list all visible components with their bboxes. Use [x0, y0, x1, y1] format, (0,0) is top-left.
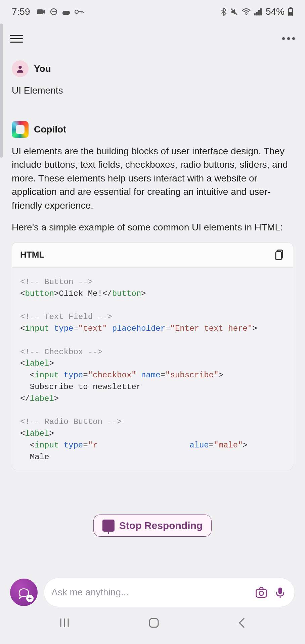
bluetooth-icon — [221, 7, 227, 16]
android-status-bar: 7:59 54% — [0, 0, 305, 23]
assistant-paragraph: Here's a simple example of some common U… — [12, 221, 293, 234]
svg-point-3 — [75, 10, 78, 13]
user-message-text: UI Elements — [12, 84, 293, 98]
app-header — [0, 23, 305, 54]
user-name-label: You — [34, 63, 51, 74]
svg-rect-19 — [256, 589, 267, 597]
svg-rect-9 — [254, 13, 256, 15]
status-right: 54% — [221, 6, 293, 17]
svg-point-16 — [18, 66, 21, 69]
android-nav-bar — [0, 607, 305, 644]
battery-percent: 54% — [266, 6, 285, 17]
copy-code-button[interactable] — [275, 249, 285, 261]
svg-rect-12 — [260, 8, 262, 15]
copilot-avatar — [12, 121, 29, 138]
stop-responding-button[interactable]: Stop Responding — [93, 515, 212, 537]
svg-rect-0 — [37, 9, 43, 14]
code-language-label: HTML — [20, 249, 44, 261]
do-not-disturb-icon — [50, 8, 58, 16]
stop-icon — [102, 520, 115, 532]
svg-rect-26 — [149, 619, 158, 627]
svg-rect-10 — [256, 12, 258, 15]
mute-icon — [230, 8, 238, 16]
key-icon — [75, 9, 84, 14]
status-time: 7:59 — [12, 6, 30, 17]
user-avatar — [12, 60, 29, 77]
menu-button[interactable] — [10, 35, 23, 43]
code-block: HTML <!-- Button --> <button>Click Me!</… — [12, 242, 293, 470]
message-input[interactable] — [51, 587, 250, 598]
assistant-paragraph: UI elements are the building blocks of u… — [12, 145, 293, 213]
microphone-button[interactable] — [273, 585, 287, 599]
signal-icon — [254, 8, 262, 15]
input-bar: + — [0, 578, 305, 607]
assistant-message: Copilot UI elements are the building blo… — [12, 121, 293, 470]
status-left: 7:59 — [12, 6, 84, 17]
code-content: <!-- Button --> <button>Click Me!</butto… — [12, 268, 293, 470]
svg-rect-14 — [290, 7, 292, 8]
camera-button[interactable] — [254, 585, 268, 599]
svg-point-20 — [259, 591, 264, 595]
video-icon — [37, 8, 46, 15]
svg-rect-21 — [278, 587, 282, 594]
svg-rect-15 — [289, 12, 292, 15]
home-button[interactable] — [148, 617, 160, 630]
more-options-button[interactable] — [282, 37, 295, 40]
new-topic-button[interactable]: + — [10, 579, 38, 606]
message-input-container[interactable] — [44, 578, 295, 607]
svg-point-8 — [246, 14, 247, 15]
cast-icon — [62, 8, 71, 15]
back-button[interactable] — [237, 617, 246, 630]
svg-rect-18 — [276, 252, 281, 260]
battery-icon — [288, 7, 293, 16]
chat-scroll-area[interactable]: You UI Elements Copilot UI elements are … — [0, 54, 305, 557]
recents-button[interactable] — [59, 617, 70, 630]
scroll-indicator — [0, 23, 3, 158]
wifi-icon — [242, 8, 251, 15]
svg-rect-11 — [258, 10, 260, 15]
plus-icon: + — [26, 595, 34, 602]
stop-responding-label: Stop Responding — [119, 520, 203, 531]
assistant-name-label: Copilot — [34, 124, 66, 135]
user-message: You UI Elements — [12, 60, 293, 98]
